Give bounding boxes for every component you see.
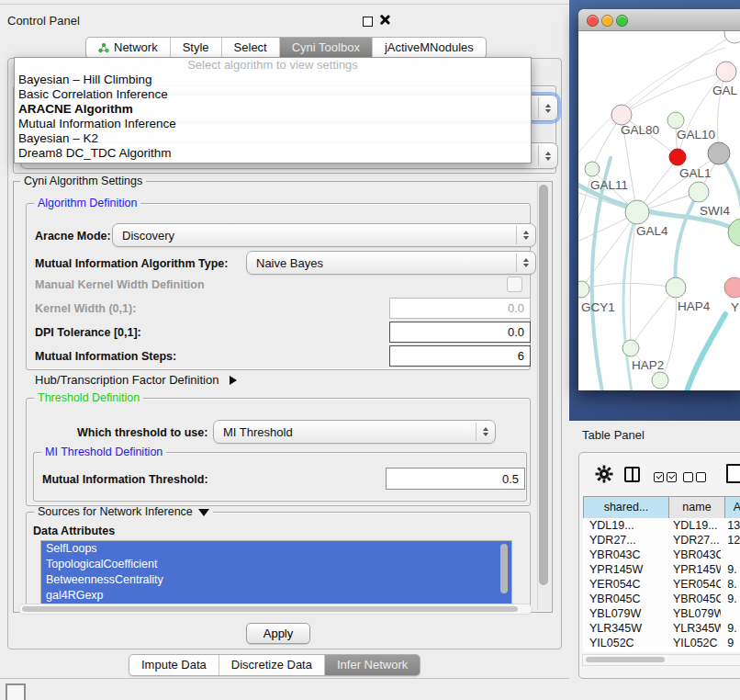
algorithm-option[interactable]: Bayesian – Hill Climbing [15, 73, 531, 87]
table-header-cell[interactable]: name [669, 496, 725, 519]
network-edge[interactable] [622, 72, 726, 115]
table-cell[interactable]: YER054C [583, 577, 667, 592]
table-cell[interactable]: YBR045C [583, 592, 667, 606]
tab-impute-data[interactable]: Impute Data [129, 655, 219, 675]
tab-cyni-toolbox[interactable]: Cyni Toolbox [280, 38, 373, 58]
collapse-arrow-icon[interactable] [198, 509, 209, 516]
mi-algorithm-type-combo[interactable]: Naive Bayes [246, 251, 536, 275]
settings-scrollbar-thumb[interactable] [539, 185, 548, 585]
network-edge[interactable] [578, 48, 725, 160]
tab-jactivemnodules[interactable]: jActiveMNodules [373, 38, 486, 58]
table-row[interactable]: YPR145WYPR145W9. [583, 562, 740, 577]
table-row[interactable]: YBR043CYBR043C [583, 548, 740, 562]
apply-button[interactable]: Apply [246, 623, 310, 644]
manual-kernel-width-checkbox[interactable] [507, 277, 522, 292]
table-cell[interactable]: YLR345W [667, 621, 721, 636]
document-icon[interactable] [726, 464, 740, 483]
tab-infer-network[interactable]: Infer Network [325, 655, 420, 675]
table-cell[interactable]: YBL079W [583, 606, 667, 621]
table-cell[interactable]: YBR043C [667, 548, 721, 562]
minimize-window-icon[interactable] [601, 15, 613, 27]
table-cell[interactable]: YBR043C [583, 548, 667, 562]
network-node-gal[interactable] [716, 62, 736, 82]
tab-style[interactable]: Style [171, 38, 222, 58]
columns-icon[interactable] [624, 467, 640, 482]
network-node-gal11[interactable] [585, 162, 600, 176]
network-node[interactable] [652, 372, 668, 389]
sources-group-title[interactable]: Sources for Network Inference [34, 506, 213, 518]
table-cell[interactable]: 13 [721, 518, 740, 533]
table-hscrollbar-track[interactable] [582, 654, 740, 666]
network-node-gcy1[interactable] [578, 281, 589, 298]
which-threshold-combo[interactable]: MI Threshold [213, 420, 496, 444]
table-row[interactable]: YIL052CYIL052C9 [583, 636, 740, 650]
tab-discretize-data[interactable]: Discretize Data [219, 655, 325, 675]
network-node-gal4[interactable] [625, 200, 649, 224]
table-cell[interactable]: 8. [721, 577, 740, 592]
select-none-unchecked-icon[interactable] [683, 469, 709, 486]
select-all-checked-icon[interactable] [654, 469, 679, 486]
table-row[interactable]: YDR27...YDR27...12 [583, 533, 740, 548]
network-node-gal1[interactable] [669, 149, 686, 165]
expand-arrow-icon[interactable] [230, 376, 237, 385]
network-edge[interactable] [662, 288, 676, 378]
table-cell[interactable]: YER054C [667, 577, 721, 592]
minimized-panel-icon[interactable] [6, 683, 26, 700]
mi-threshold-field[interactable]: 0.5 [386, 468, 525, 490]
network-canvas[interactable]: GALGAL80GAL10GAL1GAL11SWI4GAL4GCY1HAP4YH… [578, 31, 740, 390]
attributes-scrollbar-thumb[interactable] [500, 544, 508, 593]
network-node-gal80[interactable] [611, 105, 632, 125]
network-node[interactable] [724, 31, 740, 43]
table-cell[interactable]: 9. [721, 562, 740, 577]
network-edge[interactable] [675, 192, 699, 288]
aracne-mode-combo[interactable]: Discovery [112, 223, 536, 247]
network-node-swi4[interactable] [689, 182, 709, 202]
network-edge[interactable] [632, 288, 676, 346]
algorithm-option[interactable]: Dream8 DC_TDC Algorithm [15, 146, 531, 161]
table-cell[interactable]: YPR145W [583, 562, 667, 577]
kernel-width-field[interactable]: 0.0 [389, 298, 531, 319]
gear-icon[interactable] [595, 465, 613, 483]
network-window-titlebar[interactable] [578, 9, 740, 31]
table-row[interactable]: YBL079WYBL079W [583, 606, 740, 621]
algorithm-option[interactable]: ARACNE Algorithm [15, 102, 531, 117]
algorithm-option[interactable]: Mutual Information Inference [15, 117, 531, 131]
zoom-window-icon[interactable] [616, 15, 628, 27]
table-cell[interactable]: 9. [721, 592, 740, 606]
algorithm-option[interactable]: Basic Correlation Inference [15, 87, 531, 102]
close-window-icon[interactable] [587, 15, 599, 27]
table-cell[interactable]: YDL19... [667, 518, 721, 533]
hub-definition-section[interactable]: Hub/Transcription Factor Definition [35, 373, 237, 387]
tab-select[interactable]: Select [222, 38, 280, 58]
table-cell[interactable] [721, 606, 740, 621]
table-header-cell[interactable]: shared... [583, 496, 669, 519]
mi-steps-field[interactable]: 6 [389, 345, 531, 367]
dpi-tolerance-field[interactable]: 0.0 [389, 322, 531, 343]
float-window-icon[interactable] [363, 17, 373, 27]
network-edge[interactable] [581, 283, 676, 289]
network-node-y[interactable] [724, 277, 740, 298]
attribute-item[interactable]: TopologicalCoefficient [41, 557, 511, 572]
settings-hscrollbar-track[interactable] [18, 604, 533, 615]
table-cell[interactable]: YDR27... [583, 533, 667, 548]
close-panel-icon[interactable] [378, 13, 391, 26]
table-row[interactable]: YBR045CYBR045C9. [583, 592, 740, 606]
network-node[interactable] [728, 219, 740, 246]
table-row[interactable]: YLR345WYLR345W9. [583, 621, 740, 636]
table-cell[interactable]: 12 [721, 533, 740, 548]
network-node-hap2[interactable] [622, 340, 639, 356]
table-cell[interactable]: YBR045C [667, 592, 721, 606]
network-node[interactable] [708, 142, 730, 164]
attribute-item[interactable]: BetweennessCentrality [41, 572, 511, 588]
table-cell[interactable]: YIL052C [583, 636, 667, 650]
table-row[interactable]: YDL19...YDL19...13 [583, 518, 740, 533]
algorithm-option[interactable]: Bayesian – K2 [15, 131, 531, 146]
attribute-item[interactable]: SelfLoops [41, 541, 511, 557]
table-cell[interactable]: YPR145W [667, 562, 721, 577]
table-header-cell[interactable]: A [725, 496, 740, 519]
attribute-item[interactable]: gal4RGexp [41, 588, 511, 604]
table-cell[interactable]: YIL052C [667, 636, 721, 650]
table-cell[interactable]: 9 [721, 636, 740, 650]
table-cell[interactable]: YBL079W [667, 606, 721, 621]
network-edge[interactable] [687, 314, 725, 390]
